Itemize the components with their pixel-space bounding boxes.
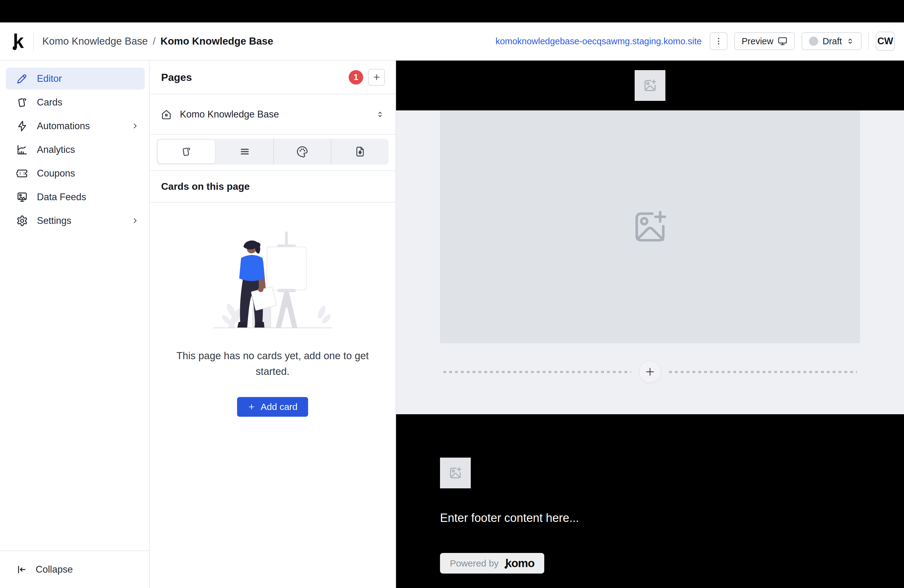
collapse-icon xyxy=(16,564,27,575)
image-plus-icon xyxy=(631,208,669,246)
breadcrumb-current: Komo Knowledge Base xyxy=(161,35,273,47)
dashed-line xyxy=(443,371,631,373)
sidebar-item-label: Cards xyxy=(37,97,62,108)
pencil-icon xyxy=(16,73,28,85)
sidebar-item-settings[interactable]: Settings xyxy=(6,210,145,232)
breadcrumb: Komo Knowledge Base / Komo Knowledge Bas… xyxy=(43,35,273,47)
insert-section-divider xyxy=(443,361,857,383)
select-updown-icon[interactable] xyxy=(376,110,384,119)
sidebar-item-label: Settings xyxy=(37,215,71,226)
sidebar-item-data-feeds[interactable]: Data Feeds xyxy=(6,186,145,208)
chevron-right-icon xyxy=(131,217,139,225)
sidebar-item-label: Automations xyxy=(37,120,90,132)
breadcrumb-separator: / xyxy=(153,35,156,47)
page-count-badge: 1 xyxy=(349,70,363,85)
tab-cards[interactable] xyxy=(158,140,215,163)
user-avatar[interactable]: CW xyxy=(876,32,895,51)
hamburger-icon xyxy=(239,146,250,157)
preview-footer-band: Enter footer content here... Powered by … xyxy=(396,414,904,588)
sidebar-item-cards[interactable]: Cards xyxy=(6,91,145,113)
plus-icon xyxy=(372,73,381,82)
cards-heading: Cards on this page xyxy=(161,181,250,192)
footer-image-placeholder[interactable] xyxy=(440,458,471,488)
image-plus-icon xyxy=(643,78,657,93)
gear-icon xyxy=(16,215,28,227)
hero-image-placeholder[interactable] xyxy=(440,111,860,343)
tab-theme[interactable] xyxy=(273,139,331,164)
sidebar-item-label: Analytics xyxy=(37,144,75,155)
sidebar-item-editor[interactable]: Editor xyxy=(6,68,145,90)
monitor-icon xyxy=(778,36,787,46)
sidebar-item-label: Data Feeds xyxy=(37,191,86,203)
header-actions: komoknowledgebase-oecqsawmg.staging.komo… xyxy=(495,32,895,51)
ticket-icon xyxy=(16,168,28,179)
data-feed-icon xyxy=(16,191,28,203)
empty-state-message: This page has no cards yet, add one to g… xyxy=(171,348,374,379)
pages-title: Pages xyxy=(161,71,192,83)
image-plus-icon xyxy=(449,466,462,480)
status-dropdown[interactable]: Draft xyxy=(801,32,861,50)
plus-icon xyxy=(645,367,655,377)
cards-icon xyxy=(16,96,28,108)
pages-panel: Pages 1 Komo Knowledge Base xyxy=(150,60,396,588)
dashed-line xyxy=(669,371,857,373)
insert-section-button[interactable] xyxy=(639,361,661,383)
empty-state-illustration xyxy=(207,230,339,332)
sidebar-item-automations[interactable]: Automations xyxy=(6,115,145,137)
komo-logo: komo xyxy=(505,557,534,570)
sidebar: Editor Cards Automations Analytics xyxy=(0,60,150,588)
page-item-label: Komo Knowledge Base xyxy=(180,109,279,120)
page-list-item[interactable]: Komo Knowledge Base xyxy=(150,95,395,135)
preview-header-band xyxy=(396,60,904,111)
add-card-button[interactable]: Add card xyxy=(237,397,308,417)
footer-content-placeholder[interactable]: Enter footer content here... xyxy=(440,511,860,525)
chevron-right-icon xyxy=(131,122,139,130)
cards-heading-row: Cards on this page xyxy=(150,171,395,203)
tab-layout[interactable] xyxy=(216,139,273,164)
file-settings-icon xyxy=(354,146,366,157)
top-black-bar xyxy=(0,0,904,22)
site-preview: Enter footer content here... Powered by … xyxy=(396,60,904,588)
sidebar-item-coupons[interactable]: Coupons xyxy=(6,162,145,184)
main-layout: Editor Cards Automations Analytics xyxy=(0,60,904,588)
palette-icon xyxy=(296,146,308,158)
collapse-label: Collapse xyxy=(36,564,73,575)
preview-button[interactable]: Preview xyxy=(734,32,795,50)
lightning-icon xyxy=(16,120,28,132)
header-divider xyxy=(33,32,34,51)
home-icon xyxy=(161,109,172,120)
cards-icon xyxy=(181,146,192,157)
select-updown-icon xyxy=(846,37,854,45)
status-dot xyxy=(809,36,818,46)
sidebar-collapse-button[interactable]: Collapse xyxy=(0,550,149,588)
breadcrumb-parent[interactable]: Komo Knowledge Base xyxy=(43,35,148,47)
powered-by-komo-button[interactable]: Powered by komo xyxy=(440,553,544,574)
empty-state: This page has no cards yet, add one to g… xyxy=(150,203,395,588)
powered-by-label: Powered by xyxy=(450,558,498,569)
status-label: Draft xyxy=(822,36,842,46)
pages-panel-header: Pages 1 xyxy=(150,60,395,95)
kebab-menu-icon xyxy=(714,36,723,46)
sidebar-item-label: Coupons xyxy=(37,168,75,179)
tab-page-settings[interactable] xyxy=(331,139,389,164)
komo-logo[interactable]: k xyxy=(13,32,26,51)
more-options-button[interactable] xyxy=(710,32,727,50)
header-divider xyxy=(868,33,869,50)
staging-site-link[interactable]: komoknowledgebase-oecqsawmg.staging.komo… xyxy=(495,36,702,46)
editor-tabs xyxy=(150,135,395,171)
sidebar-item-label: Editor xyxy=(37,73,62,84)
app-header: k Komo Knowledge Base / Komo Knowledge B… xyxy=(0,22,904,60)
preview-button-label: Preview xyxy=(742,36,773,46)
logo-upload-placeholder[interactable] xyxy=(635,70,665,101)
add-page-button[interactable] xyxy=(368,69,385,86)
sidebar-item-analytics[interactable]: Analytics xyxy=(6,139,145,161)
add-card-label: Add card xyxy=(261,401,297,412)
analytics-icon xyxy=(16,144,28,156)
plus-icon xyxy=(248,403,256,411)
